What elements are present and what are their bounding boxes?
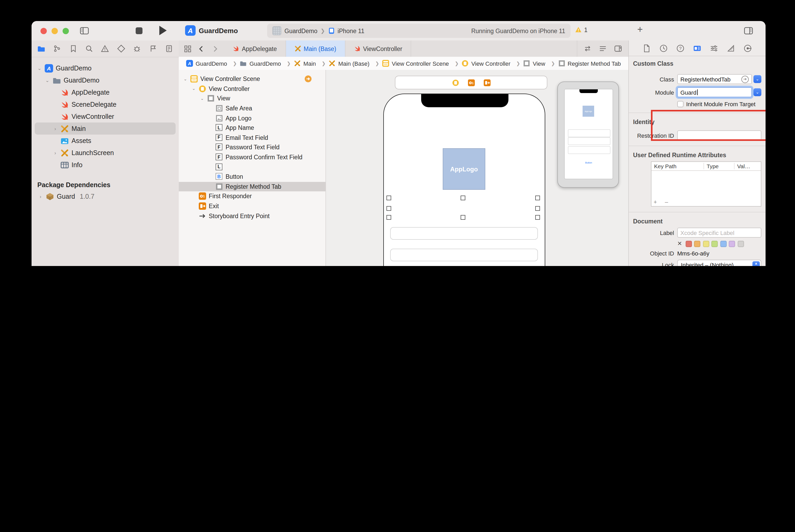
module-dropdown-button[interactable]: ⌄ — [754, 88, 761, 96]
navigator-item[interactable]: ⌄ A GuardDemo — [32, 62, 179, 74]
editor-tab[interactable]: ViewController — [345, 40, 411, 57]
outline-item[interactable]: L App Name — [179, 123, 325, 133]
outline-item[interactable]: L — [179, 162, 325, 172]
label-color-swatch[interactable] — [694, 241, 700, 247]
project-icon[interactable] — [37, 44, 45, 53]
scheme-app-name[interactable]: GuardDemo — [284, 27, 317, 34]
selection-handle[interactable] — [460, 215, 465, 220]
scene-target-icon[interactable] — [304, 75, 312, 82]
outline-item[interactable]: ⌄ View Controller — [179, 84, 325, 94]
disclosure-icon[interactable]: ⌄ — [191, 87, 196, 91]
selection-handle[interactable] — [386, 195, 391, 200]
editor-tab[interactable]: AppDelegate — [224, 40, 286, 57]
outline-item[interactable]: B Button — [179, 172, 325, 182]
connections-icon[interactable] — [743, 43, 753, 53]
outline-item[interactable]: F Email Text Field — [179, 133, 325, 142]
selection-handle[interactable] — [535, 195, 540, 200]
tests-icon[interactable] — [117, 44, 126, 53]
label-color-swatch[interactable] — [712, 241, 718, 247]
disclosure-icon[interactable]: ⌄ — [37, 65, 42, 71]
stop-button[interactable] — [136, 27, 143, 34]
package-item[interactable]: › Guard 1.0.7 — [32, 190, 179, 203]
module-field[interactable]: Guard — [677, 87, 752, 97]
scheme-device-name[interactable]: iPhone 11 — [338, 27, 364, 34]
outline-item[interactable]: Exit — [179, 201, 325, 211]
exit-icon[interactable] — [484, 79, 490, 86]
navigator-item[interactable]: ViewController — [32, 110, 179, 122]
outline-item[interactable]: 1 First Responder — [179, 191, 325, 201]
inherit-module-checkbox[interactable] — [677, 101, 683, 107]
add-editor-icon[interactable] — [614, 45, 622, 53]
navigator-item[interactable]: Info — [32, 159, 179, 171]
interface-builder-canvas[interactable]: 1 AppLogo Button — [326, 70, 628, 266]
applogo-image-view[interactable]: AppLogo — [443, 148, 485, 190]
breadcrumb[interactable]: A GuardDemo ❯ — [186, 60, 240, 67]
breadcrumb[interactable]: View Controller ❯ — [462, 60, 524, 67]
new-tab-button[interactable]: + — [637, 24, 643, 35]
inspector-toggle-icon[interactable] — [743, 25, 754, 36]
disclosure-icon[interactable]: ⌄ — [45, 78, 50, 83]
doc-label-field[interactable]: Xcode Specific Label — [677, 228, 761, 238]
source-control-icon[interactable] — [53, 44, 61, 53]
debug-icon[interactable] — [133, 44, 141, 53]
breadcrumb[interactable]: View Controller Scene ❯ — [382, 60, 462, 67]
navigator-item[interactable]: ⌄ GuardDemo — [32, 74, 179, 86]
outline-item[interactable]: F Password Text Field — [179, 142, 325, 152]
related-items-icon[interactable] — [184, 45, 191, 52]
close-window-button[interactable] — [40, 28, 47, 34]
scheme-selector[interactable]: GuardDemo ❯ iPhone 11 Running GuardDemo … — [267, 24, 570, 38]
attributes-icon[interactable] — [709, 43, 719, 53]
navigator-item[interactable]: SceneDelegate — [32, 98, 179, 110]
disclosure-icon[interactable]: ⌄ — [200, 96, 205, 101]
selection-handle[interactable] — [386, 215, 391, 220]
class-dropdown-button[interactable]: ⌄ — [754, 75, 761, 83]
label-color-swatch[interactable] — [703, 241, 709, 247]
label-color-swatch[interactable] — [685, 241, 692, 247]
label-color-swatch[interactable] — [737, 241, 744, 247]
navigator-item[interactable]: AppDelegate — [32, 86, 179, 98]
udra-add-remove[interactable]: + – — [654, 199, 671, 205]
flag-icon[interactable] — [149, 44, 157, 53]
view-controller-device[interactable]: AppLogo Button — [383, 94, 545, 266]
file-icon[interactable] — [642, 43, 652, 53]
navigator-item[interactable]: Assets — [32, 135, 179, 147]
disclosure-icon[interactable]: › — [53, 126, 58, 131]
run-button[interactable] — [159, 26, 167, 35]
udra-table[interactable]: Key Path Type Val… + – — [651, 162, 761, 207]
forward-icon[interactable] — [211, 45, 219, 52]
navigator-toggle-icon[interactable] — [79, 25, 89, 36]
clock-icon[interactable] — [659, 43, 668, 53]
navigator-item[interactable]: › LaunchScreen — [32, 147, 179, 159]
outline-item[interactable]: Storyboard Entry Point — [179, 211, 325, 221]
outline-item[interactable]: Safe Area — [179, 103, 325, 113]
view-controller-icon[interactable] — [452, 79, 459, 86]
selection-handle[interactable] — [535, 215, 540, 220]
breadcrumb[interactable]: GuardDemo ❯ — [240, 60, 294, 67]
size-icon[interactable] — [726, 43, 736, 53]
label-color-swatch[interactable] — [720, 241, 726, 247]
selection-handle[interactable] — [386, 206, 391, 211]
lock-popup[interactable]: Inherited – (Nothing) ▲▼ — [677, 260, 761, 266]
issues-icon[interactable] — [101, 44, 110, 53]
outline-item[interactable]: App Logo — [179, 113, 325, 123]
jump-to-class-icon[interactable]: ➔ — [741, 75, 749, 83]
help-icon[interactable]: ? — [675, 43, 685, 53]
first-responder-icon[interactable]: 1 — [468, 79, 475, 86]
outline-item[interactable]: F Password Confirm Text Field — [179, 152, 325, 162]
breadcrumb[interactable]: Main (Base) ❯ — [329, 60, 382, 67]
editor-tab[interactable]: Main (Base) — [286, 40, 345, 57]
selection-handle[interactable] — [535, 206, 540, 211]
label-color-swatch[interactable] — [729, 241, 735, 247]
bookmarks-icon[interactable] — [69, 44, 78, 53]
breadcrumb[interactable]: Register Method Tab — [558, 60, 628, 67]
adjust-editor-icon[interactable] — [599, 45, 607, 53]
outline-item[interactable]: ⌄ View — [179, 94, 325, 103]
no-color-icon[interactable]: ✕ — [677, 240, 682, 247]
disclosure-icon[interactable]: ⌄ — [183, 77, 188, 81]
class-field[interactable]: RegisterMethodTab ➔ — [677, 74, 752, 84]
email-text-field[interactable] — [390, 227, 538, 240]
back-icon[interactable] — [198, 45, 205, 52]
selection-handle[interactable] — [460, 195, 465, 200]
outline-item[interactable]: ⌄ View Controller Scene — [179, 74, 325, 84]
warning-badge[interactable]: 1 — [575, 26, 588, 33]
